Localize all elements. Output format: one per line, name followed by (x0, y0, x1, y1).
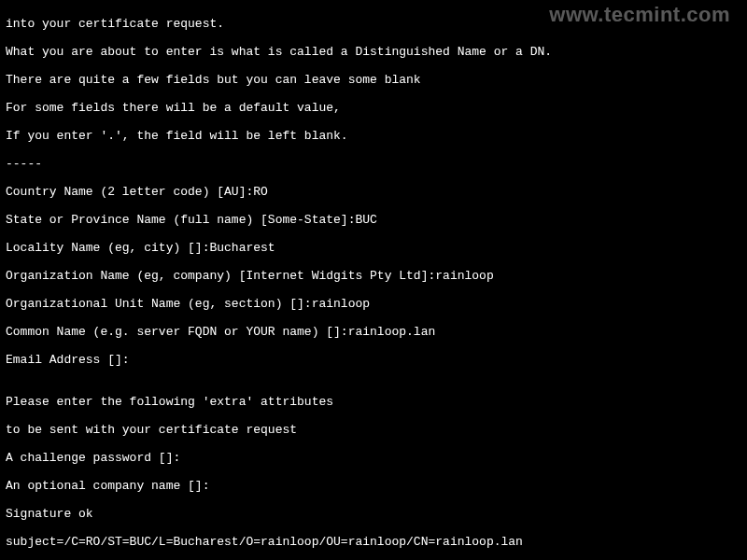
dn-field-line: State or Province Name (full name) [Some… (6, 213, 741, 227)
output-line: ----- (6, 157, 741, 171)
dn-field-line: Common Name (e.g. server FQDN or YOUR na… (6, 325, 741, 339)
dn-field-line: Country Name (2 letter code) [AU]:RO (6, 185, 741, 199)
output-line: Signature ok (6, 507, 741, 521)
dn-field-line: Locality Name (eg, city) []:Bucharest (6, 241, 741, 255)
output-line: into your certificate request. (6, 17, 741, 31)
output-line: There are quite a few fields but you can… (6, 73, 741, 87)
output-line: subject=/C=RO/ST=BUC/L=Bucharest/O=rainl… (6, 535, 741, 549)
dn-field-line: Email Address []: (6, 353, 741, 367)
output-line: to be sent with your certificate request (6, 423, 741, 437)
output-line: Please enter the following 'extra' attri… (6, 395, 741, 409)
dn-field-line: Organization Name (eg, company) [Interne… (6, 269, 741, 283)
terminal-output[interactable]: into your certificate request. What you … (0, 0, 747, 560)
output-line: For some fields there will be a default … (6, 101, 741, 115)
output-line: What you are about to enter is what is c… (6, 45, 741, 59)
output-line: An optional company name []: (6, 479, 741, 493)
output-line: A challenge password []: (6, 451, 741, 465)
dn-field-line: Organizational Unit Name (eg, section) [… (6, 297, 741, 311)
output-line: If you enter '.', the field will be left… (6, 129, 741, 143)
